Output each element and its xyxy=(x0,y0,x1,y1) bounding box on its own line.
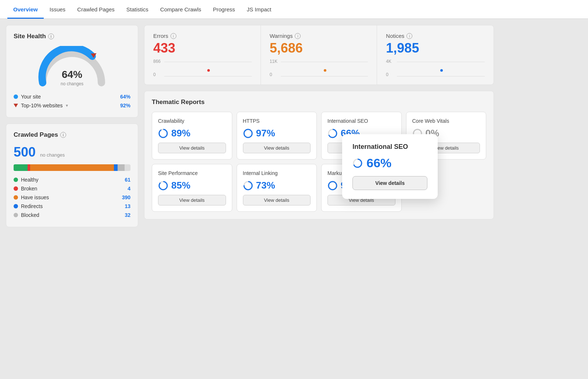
warnings-value: 5,686 xyxy=(270,40,368,56)
top10-chevron-icon[interactable]: ▾ xyxy=(66,103,68,108)
reports-grid-row1: Crawlability 89% View details HTTPS xyxy=(152,112,486,160)
site-health-info-icon[interactable]: i xyxy=(48,33,54,39)
report-https-score: 97% xyxy=(243,128,311,139)
metrics-row: Errors i 433 866 0 Warnings i 5,68 xyxy=(144,25,494,85)
errors-line-bot xyxy=(164,76,252,76)
svg-point-4 xyxy=(244,129,252,137)
errors-label-text: Errors xyxy=(153,33,168,39)
sp-circle-icon xyxy=(158,180,168,191)
issues-label: Have issues xyxy=(21,194,49,200)
crawled-pages-title: Crawled Pages i xyxy=(14,131,130,139)
notices-info-icon[interactable]: i xyxy=(406,33,412,39)
healthy-dot xyxy=(14,178,18,182)
notices-line-top xyxy=(397,62,485,62)
https-score-text: 97% xyxy=(256,128,275,139)
warnings-line-bot xyxy=(281,76,368,76)
nav-statistics-label: Statistics xyxy=(126,6,148,12)
report-https: HTTPS 97% View details xyxy=(237,112,317,160)
gauge-wrap: 64% no changes xyxy=(35,46,109,86)
issues-segment xyxy=(30,164,114,171)
thematic-reports-card: Thematic Reports Crawlability 89% View d… xyxy=(144,91,494,219)
healthy-segment xyxy=(14,164,28,171)
crawled-stats-list: Healthy 61 Broken 4 Have issues xyxy=(14,175,130,219)
nav-crawled-pages-label: Crawled Pages xyxy=(77,6,115,12)
site-health-card: Site Health i 64% no chang xyxy=(6,25,138,118)
crawled-pages-card: Crawled Pages i 500 no changes xyxy=(6,124,138,227)
site-health-title-text: Site Health xyxy=(14,33,46,40)
report-https-name: HTTPS xyxy=(243,118,311,124)
nav-issues[interactable]: Issues xyxy=(44,0,71,19)
crawlability-view-details-btn[interactable]: View details xyxy=(158,143,226,153)
blocked-segment xyxy=(118,164,125,171)
crawled-progress-bar xyxy=(14,164,130,171)
your-site-dot xyxy=(14,94,18,99)
your-site-legend: Your site 64% xyxy=(14,92,130,101)
report-crawlability-score: 89% xyxy=(158,128,226,139)
report-il-score: 73% xyxy=(243,180,311,191)
warnings-metric: Warnings i 5,686 11K 0 xyxy=(261,25,377,85)
warnings-line-top xyxy=(281,62,368,62)
your-site-label: Your site xyxy=(21,94,41,100)
tooltip-score-text: 66% xyxy=(366,156,391,170)
markup-circle-icon xyxy=(327,180,338,191)
issues-dot xyxy=(14,195,18,200)
notices-spark-top: 4K xyxy=(386,59,391,64)
report-cwv-name: Core Web Vitals xyxy=(412,118,480,124)
notices-value: 1,985 xyxy=(386,40,485,56)
il-score-text: 73% xyxy=(256,180,275,191)
nav-compare-crawls-label: Compare Crawls xyxy=(160,6,201,12)
warnings-spark-top: 11K xyxy=(270,59,277,64)
redirects-value: 13 xyxy=(125,203,130,209)
broken-dot xyxy=(14,186,18,191)
report-sp-name: Site Performance xyxy=(158,170,226,176)
errors-sparkline: 866 0 xyxy=(153,59,252,77)
left-column: Site Health i 64% no chang xyxy=(6,25,138,227)
blocked-label: Blocked xyxy=(21,212,39,218)
warnings-spark-dot xyxy=(324,69,326,72)
report-crawlability-name: Crawlability xyxy=(158,118,226,124)
nav-progress-label: Progress xyxy=(213,6,235,12)
gauge-percent: 64% xyxy=(61,69,83,81)
main-content: Site Health i 64% no chang xyxy=(0,19,500,233)
intl-seo-circle-icon xyxy=(327,128,338,139)
nav-js-impact[interactable]: JS Impact xyxy=(241,0,277,19)
errors-info-icon[interactable]: i xyxy=(171,33,176,39)
report-il-name: Internal Linking xyxy=(243,170,311,176)
issues-value: 390 xyxy=(122,194,130,200)
blocked-dot xyxy=(14,213,18,217)
tooltip-score: 66% xyxy=(352,156,427,170)
errors-label: Errors i xyxy=(153,33,252,39)
notices-spark-dot xyxy=(440,69,443,72)
crawled-pages-info-icon[interactable]: i xyxy=(60,132,66,138)
https-view-details-btn[interactable]: View details xyxy=(243,143,311,153)
tooltip-title: International SEO xyxy=(352,143,427,151)
warnings-label: Warnings i xyxy=(270,33,368,39)
il-circle-icon xyxy=(243,180,253,191)
report-intl-seo-name: International SEO xyxy=(327,118,395,124)
notices-line-bot xyxy=(397,76,485,76)
sp-view-details-btn[interactable]: View details xyxy=(158,195,226,205)
nav-compare-crawls[interactable]: Compare Crawls xyxy=(154,0,207,19)
errors-spark-dot xyxy=(207,69,210,72)
il-view-details-btn[interactable]: View details xyxy=(243,195,311,205)
gauge-container: 64% no changes xyxy=(14,46,130,86)
crawled-pages-title-text: Crawled Pages xyxy=(14,131,58,139)
nav-crawled-pages[interactable]: Crawled Pages xyxy=(71,0,121,19)
your-site-value: 64% xyxy=(120,94,130,100)
main-nav: Overview Issues Crawled Pages Statistics… xyxy=(0,0,588,19)
notices-sparkline: 4K 0 xyxy=(386,59,485,77)
report-crawlability: Crawlability 89% View details xyxy=(152,112,232,160)
svg-point-15 xyxy=(329,182,337,190)
warnings-sparkline: 11K 0 xyxy=(270,59,368,77)
warnings-info-icon[interactable]: i xyxy=(295,33,301,39)
tooltip-view-details-btn[interactable]: View details xyxy=(352,176,427,190)
report-international-seo: International SEO 66% View details Inter… xyxy=(321,112,402,160)
top10-legend: Top-10% websites ▾ 92% xyxy=(14,101,130,110)
nav-progress[interactable]: Progress xyxy=(207,0,241,19)
nav-overview[interactable]: Overview xyxy=(7,0,44,19)
errors-metric: Errors i 433 866 0 xyxy=(144,25,261,85)
nav-statistics[interactable]: Statistics xyxy=(121,0,154,19)
stat-healthy: Healthy 61 xyxy=(14,175,130,184)
redirects-label: Redirects xyxy=(21,203,43,209)
errors-line-top xyxy=(164,62,252,62)
